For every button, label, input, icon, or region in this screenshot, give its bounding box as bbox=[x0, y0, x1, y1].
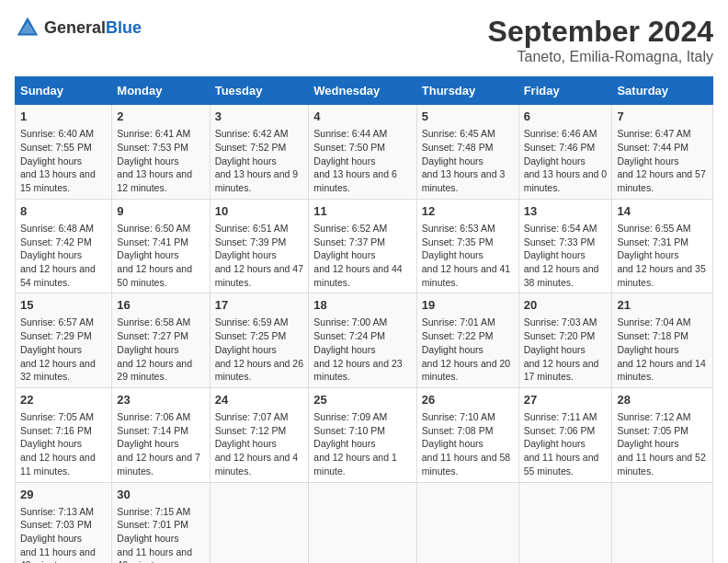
calendar-cell bbox=[416, 482, 518, 563]
calendar-cell: 19Sunrise: 7:01 AMSunset: 7:22 PMDayligh… bbox=[416, 293, 518, 388]
day-number: 21 bbox=[617, 297, 708, 314]
header: GeneralBlue September 2024 Taneto, Emili… bbox=[15, 15, 713, 65]
calendar-cell: 15Sunrise: 6:57 AMSunset: 7:29 PMDayligh… bbox=[16, 293, 112, 388]
cell-content: Sunrise: 7:03 AMSunset: 7:20 PMDaylight … bbox=[524, 316, 608, 383]
day-number: 9 bbox=[117, 203, 204, 220]
cell-content: Sunrise: 6:50 AMSunset: 7:41 PMDaylight … bbox=[117, 222, 204, 289]
calendar-cell: 8Sunrise: 6:48 AMSunset: 7:42 PMDaylight… bbox=[16, 199, 112, 293]
cell-content: Sunrise: 7:07 AMSunset: 7:12 PMDaylight … bbox=[215, 410, 304, 477]
calendar-table: SundayMondayTuesdayWednesdayThursdayFrid… bbox=[15, 76, 713, 563]
day-number: 7 bbox=[617, 109, 708, 125]
header-cell-tuesday: Tuesday bbox=[210, 77, 309, 105]
cell-content: Sunrise: 7:06 AMSunset: 7:14 PMDaylight … bbox=[117, 410, 204, 477]
day-number: 5 bbox=[422, 109, 514, 125]
logo-blue: Blue bbox=[106, 18, 142, 37]
calendar-cell bbox=[210, 482, 309, 563]
day-number: 11 bbox=[313, 203, 411, 220]
cell-content: Sunrise: 7:10 AMSunset: 7:08 PMDaylight … bbox=[422, 410, 514, 477]
calendar-cell: 27Sunrise: 7:11 AMSunset: 7:06 PMDayligh… bbox=[518, 387, 612, 482]
calendar-cell: 28Sunrise: 7:12 AMSunset: 7:05 PMDayligh… bbox=[612, 387, 713, 482]
header-cell-wednesday: Wednesday bbox=[309, 77, 416, 105]
logo: GeneralBlue bbox=[15, 15, 142, 40]
day-number: 8 bbox=[20, 203, 107, 220]
calendar-cell: 20Sunrise: 7:03 AMSunset: 7:20 PMDayligh… bbox=[518, 293, 612, 388]
cell-content: Sunrise: 7:15 AMSunset: 7:01 PMDaylight … bbox=[117, 505, 204, 563]
day-number: 24 bbox=[215, 392, 304, 408]
cell-content: Sunrise: 7:05 AMSunset: 7:16 PMDaylight … bbox=[20, 410, 107, 477]
day-number: 2 bbox=[117, 109, 204, 125]
cell-content: Sunrise: 6:42 AMSunset: 7:52 PMDaylight … bbox=[215, 127, 304, 194]
cell-content: Sunrise: 7:12 AMSunset: 7:05 PMDaylight … bbox=[617, 410, 708, 477]
logo-general: General bbox=[44, 18, 106, 37]
calendar-cell: 10Sunrise: 6:51 AMSunset: 7:39 PMDayligh… bbox=[210, 199, 309, 293]
calendar-cell: 3Sunrise: 6:42 AMSunset: 7:52 PMDaylight… bbox=[210, 105, 309, 200]
cell-content: Sunrise: 6:55 AMSunset: 7:31 PMDaylight … bbox=[617, 222, 708, 289]
day-number: 14 bbox=[617, 203, 708, 220]
day-number: 26 bbox=[422, 392, 514, 408]
calendar-cell: 9Sunrise: 6:50 AMSunset: 7:41 PMDaylight… bbox=[112, 199, 210, 293]
calendar-week-3: 15Sunrise: 6:57 AMSunset: 7:29 PMDayligh… bbox=[16, 293, 713, 388]
calendar-week-5: 29Sunrise: 7:13 AMSunset: 7:03 PMDayligh… bbox=[16, 482, 713, 563]
day-number: 16 bbox=[117, 297, 204, 314]
calendar-cell: 25Sunrise: 7:09 AMSunset: 7:10 PMDayligh… bbox=[309, 387, 416, 482]
cell-content: Sunrise: 6:53 AMSunset: 7:35 PMDaylight … bbox=[422, 222, 514, 289]
header-cell-saturday: Saturday bbox=[612, 77, 713, 105]
page-subtitle: Taneto, Emilia-Romagna, Italy bbox=[488, 49, 713, 65]
header-cell-monday: Monday bbox=[112, 77, 210, 105]
cell-content: Sunrise: 6:46 AMSunset: 7:46 PMDaylight … bbox=[524, 127, 608, 194]
header-cell-friday: Friday bbox=[518, 77, 612, 105]
day-number: 17 bbox=[215, 297, 304, 314]
cell-content: Sunrise: 6:52 AMSunset: 7:37 PMDaylight … bbox=[313, 222, 411, 289]
cell-content: Sunrise: 7:13 AMSunset: 7:03 PMDaylight … bbox=[20, 505, 107, 563]
header-cell-thursday: Thursday bbox=[416, 77, 518, 105]
calendar-cell bbox=[518, 482, 612, 563]
cell-content: Sunrise: 6:45 AMSunset: 7:48 PMDaylight … bbox=[422, 127, 514, 194]
cell-content: Sunrise: 6:58 AMSunset: 7:27 PMDaylight … bbox=[117, 316, 204, 383]
calendar-cell: 5Sunrise: 6:45 AMSunset: 7:48 PMDaylight… bbox=[416, 105, 518, 200]
cell-content: Sunrise: 6:57 AMSunset: 7:29 PMDaylight … bbox=[20, 316, 107, 383]
day-number: 30 bbox=[117, 487, 204, 503]
cell-content: Sunrise: 6:54 AMSunset: 7:33 PMDaylight … bbox=[524, 222, 608, 289]
calendar-cell: 13Sunrise: 6:54 AMSunset: 7:33 PMDayligh… bbox=[518, 199, 612, 293]
calendar-cell: 6Sunrise: 6:46 AMSunset: 7:46 PMDaylight… bbox=[518, 105, 612, 200]
cell-content: Sunrise: 6:41 AMSunset: 7:53 PMDaylight … bbox=[117, 127, 204, 194]
day-number: 23 bbox=[117, 392, 204, 408]
calendar-cell: 24Sunrise: 7:07 AMSunset: 7:12 PMDayligh… bbox=[210, 387, 309, 482]
calendar-cell: 23Sunrise: 7:06 AMSunset: 7:14 PMDayligh… bbox=[112, 387, 210, 482]
cell-content: Sunrise: 6:40 AMSunset: 7:55 PMDaylight … bbox=[20, 127, 107, 194]
calendar-cell: 2Sunrise: 6:41 AMSunset: 7:53 PMDaylight… bbox=[112, 105, 210, 200]
cell-content: Sunrise: 7:04 AMSunset: 7:18 PMDaylight … bbox=[617, 316, 708, 383]
calendar-cell: 16Sunrise: 6:58 AMSunset: 7:27 PMDayligh… bbox=[112, 293, 210, 388]
day-number: 10 bbox=[215, 203, 304, 220]
cell-content: Sunrise: 7:00 AMSunset: 7:24 PMDaylight … bbox=[313, 316, 411, 383]
calendar-cell: 26Sunrise: 7:10 AMSunset: 7:08 PMDayligh… bbox=[416, 387, 518, 482]
day-number: 4 bbox=[313, 109, 411, 125]
day-number: 25 bbox=[313, 392, 411, 408]
day-number: 19 bbox=[422, 297, 514, 314]
calendar-cell: 14Sunrise: 6:55 AMSunset: 7:31 PMDayligh… bbox=[612, 199, 713, 293]
calendar-cell: 1Sunrise: 6:40 AMSunset: 7:55 PMDaylight… bbox=[16, 105, 112, 200]
calendar-cell: 7Sunrise: 6:47 AMSunset: 7:44 PMDaylight… bbox=[612, 105, 713, 200]
cell-content: Sunrise: 7:01 AMSunset: 7:22 PMDaylight … bbox=[422, 316, 514, 383]
day-number: 12 bbox=[422, 203, 514, 220]
calendar-week-2: 8Sunrise: 6:48 AMSunset: 7:42 PMDaylight… bbox=[16, 199, 713, 293]
day-number: 22 bbox=[20, 392, 107, 408]
calendar-cell: 12Sunrise: 6:53 AMSunset: 7:35 PMDayligh… bbox=[416, 199, 518, 293]
header-cell-sunday: Sunday bbox=[16, 77, 112, 105]
cell-content: Sunrise: 7:11 AMSunset: 7:06 PMDaylight … bbox=[524, 410, 608, 477]
page-title: September 2024 bbox=[488, 15, 713, 49]
calendar-cell: 18Sunrise: 7:00 AMSunset: 7:24 PMDayligh… bbox=[309, 293, 416, 388]
calendar-cell: 17Sunrise: 6:59 AMSunset: 7:25 PMDayligh… bbox=[210, 293, 309, 388]
day-number: 6 bbox=[524, 109, 608, 125]
day-number: 27 bbox=[524, 392, 608, 408]
calendar-cell: 4Sunrise: 6:44 AMSunset: 7:50 PMDaylight… bbox=[309, 105, 416, 200]
day-number: 13 bbox=[524, 203, 608, 220]
cell-content: Sunrise: 6:44 AMSunset: 7:50 PMDaylight … bbox=[313, 127, 411, 194]
calendar-week-1: 1Sunrise: 6:40 AMSunset: 7:55 PMDaylight… bbox=[16, 105, 713, 200]
calendar-cell bbox=[612, 482, 713, 563]
day-number: 18 bbox=[313, 297, 411, 314]
calendar-cell bbox=[309, 482, 416, 563]
cell-content: Sunrise: 6:59 AMSunset: 7:25 PMDaylight … bbox=[215, 316, 304, 383]
calendar-cell: 29Sunrise: 7:13 AMSunset: 7:03 PMDayligh… bbox=[16, 482, 112, 563]
day-number: 3 bbox=[215, 109, 304, 125]
